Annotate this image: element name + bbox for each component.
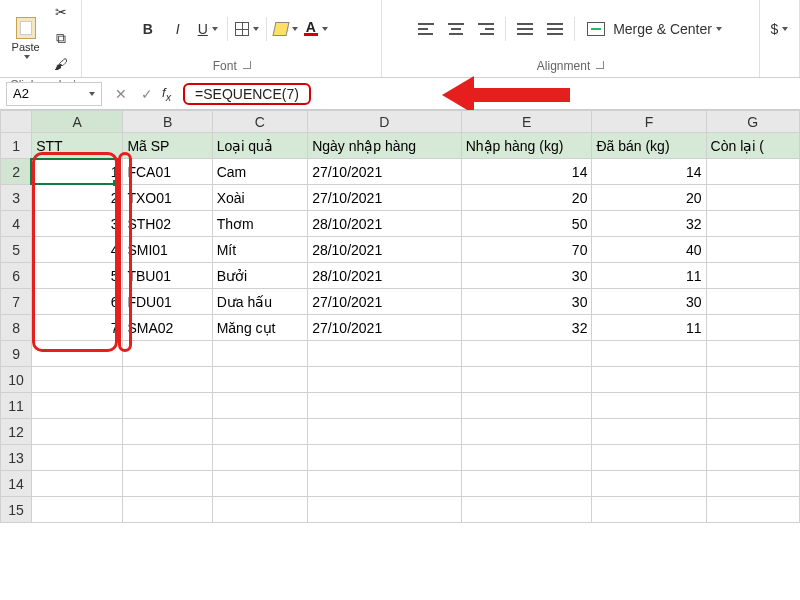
cell[interactable]: Cam (212, 159, 307, 185)
cell[interactable]: Xoài (212, 185, 307, 211)
cell[interactable]: 27/10/2021 (308, 185, 462, 211)
cell[interactable] (461, 419, 592, 445)
cell[interactable] (706, 445, 799, 471)
cell[interactable]: Dưa hấu (212, 289, 307, 315)
row-header-14[interactable]: 14 (1, 471, 32, 497)
cell[interactable] (32, 471, 123, 497)
name-box[interactable]: A2 (6, 82, 102, 106)
cell[interactable] (592, 393, 706, 419)
dialog-launcher-icon[interactable] (243, 61, 251, 69)
cell[interactable]: STH02 (123, 211, 212, 237)
row-header-11[interactable]: 11 (1, 393, 32, 419)
cell[interactable] (592, 341, 706, 367)
cell[interactable] (212, 497, 307, 523)
row-header-10[interactable]: 10 (1, 367, 32, 393)
row-header-8[interactable]: 8 (1, 315, 32, 341)
cell[interactable] (706, 367, 799, 393)
cell[interactable] (32, 341, 123, 367)
cell[interactable]: TBU01 (123, 263, 212, 289)
cell[interactable]: 20 (461, 185, 592, 211)
cell[interactable] (308, 393, 462, 419)
row-header-15[interactable]: 15 (1, 497, 32, 523)
cell[interactable] (32, 445, 123, 471)
cell[interactable] (706, 315, 799, 341)
cell[interactable]: Đã bán (kg) (592, 133, 706, 159)
cell[interactable]: 32 (592, 211, 706, 237)
italic-button[interactable]: I (165, 17, 191, 41)
cell[interactable] (308, 341, 462, 367)
cell[interactable] (212, 367, 307, 393)
cell[interactable] (212, 341, 307, 367)
cell[interactable] (706, 341, 799, 367)
cell[interactable] (706, 393, 799, 419)
column-header-G[interactable]: G (706, 111, 799, 133)
cell[interactable]: 30 (461, 289, 592, 315)
cell[interactable] (308, 497, 462, 523)
cell[interactable]: 4 (32, 237, 123, 263)
row-header-6[interactable]: 6 (1, 263, 32, 289)
cell[interactable] (706, 289, 799, 315)
cell[interactable]: Loại quả (212, 133, 307, 159)
cell[interactable]: TXO01 (123, 185, 212, 211)
cell[interactable]: 28/10/2021 (308, 237, 462, 263)
cell[interactable] (592, 419, 706, 445)
cell[interactable]: Mã SP (123, 133, 212, 159)
worksheet[interactable]: A B C D E F G 1STTMã SPLoại quảNgày nhập… (0, 110, 800, 523)
cell[interactable]: 14 (592, 159, 706, 185)
cell[interactable]: 50 (461, 211, 592, 237)
cell[interactable] (308, 471, 462, 497)
cell[interactable] (32, 419, 123, 445)
cell[interactable]: 2 (32, 185, 123, 211)
cell[interactable]: 5 (32, 263, 123, 289)
cut-button[interactable]: ✂ (48, 0, 74, 24)
row-header-9[interactable]: 9 (1, 341, 32, 367)
cell[interactable] (212, 445, 307, 471)
underline-button[interactable]: U (195, 17, 221, 41)
row-header-5[interactable]: 5 (1, 237, 32, 263)
column-header-D[interactable]: D (308, 111, 462, 133)
cell[interactable]: FDU01 (123, 289, 212, 315)
cell[interactable]: 27/10/2021 (308, 289, 462, 315)
borders-button[interactable] (234, 17, 260, 41)
cell[interactable] (212, 419, 307, 445)
cell[interactable] (706, 419, 799, 445)
cell[interactable] (706, 471, 799, 497)
cell[interactable] (123, 445, 212, 471)
cell[interactable] (123, 341, 212, 367)
column-header-E[interactable]: E (461, 111, 592, 133)
cell[interactable] (461, 341, 592, 367)
cell[interactable] (123, 419, 212, 445)
cell[interactable]: Mít (212, 237, 307, 263)
fill-color-button[interactable] (273, 17, 299, 41)
row-header-2[interactable]: 2 (1, 159, 32, 185)
cell[interactable] (461, 367, 592, 393)
cell[interactable] (706, 263, 799, 289)
cell[interactable] (123, 471, 212, 497)
cell[interactable] (308, 367, 462, 393)
cell[interactable] (592, 445, 706, 471)
cell[interactable]: STT (32, 133, 123, 159)
font-color-button[interactable]: A (303, 17, 329, 41)
cell[interactable]: 27/10/2021 (308, 315, 462, 341)
cell[interactable] (123, 497, 212, 523)
number-format-currency-button[interactable]: $ (767, 17, 793, 41)
cell-grid[interactable]: A B C D E F G 1STTMã SPLoại quảNgày nhập… (0, 110, 800, 523)
decrease-indent-button[interactable] (512, 17, 538, 41)
cell[interactable] (32, 367, 123, 393)
cell[interactable] (592, 367, 706, 393)
cell[interactable] (212, 393, 307, 419)
paste-button[interactable]: Paste (12, 17, 40, 59)
cell[interactable]: Còn lại ( (706, 133, 799, 159)
cell[interactable]: 6 (32, 289, 123, 315)
cell[interactable] (32, 393, 123, 419)
cell[interactable]: 14 (461, 159, 592, 185)
cell[interactable]: 20 (592, 185, 706, 211)
cell[interactable] (212, 471, 307, 497)
cell[interactable]: Thơm (212, 211, 307, 237)
cell[interactable]: Nhập hàng (kg) (461, 133, 592, 159)
enter-formula-button[interactable]: ✓ (134, 82, 160, 106)
cell[interactable]: 40 (592, 237, 706, 263)
cell[interactable]: 1 (32, 159, 123, 185)
cell[interactable]: 7 (32, 315, 123, 341)
cell[interactable] (706, 497, 799, 523)
